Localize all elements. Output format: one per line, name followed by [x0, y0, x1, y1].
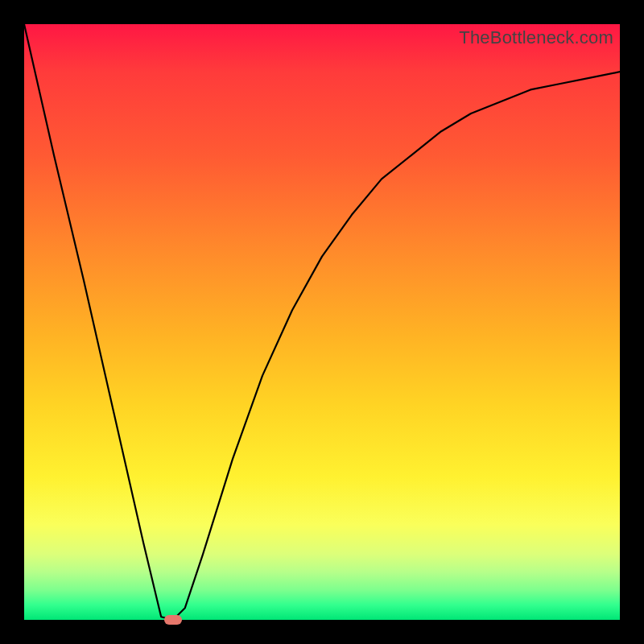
bottleneck-curve: [24, 24, 620, 620]
minimum-marker: [164, 615, 182, 625]
chart-frame: TheBottleneck.com: [0, 0, 644, 644]
plot-area: TheBottleneck.com: [24, 24, 620, 620]
